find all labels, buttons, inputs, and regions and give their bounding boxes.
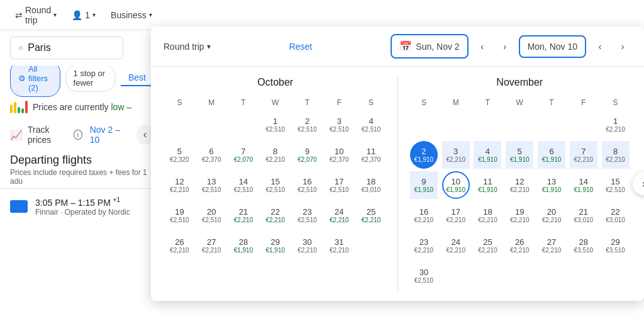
calendar-day-cell[interactable]: 13€2,510 xyxy=(196,170,228,200)
day-wrapper[interactable]: 24€2,210 xyxy=(442,232,470,259)
day-wrapper[interactable]: 6€2,370 xyxy=(197,141,225,169)
calendar-day-cell[interactable]: 1€2,510 xyxy=(259,110,291,140)
day-wrapper[interactable]: 25€2,210 xyxy=(474,232,501,259)
calendar-day-cell[interactable]: 20€2,510 xyxy=(196,200,228,230)
calendar-day-cell[interactable]: 2€2,510 xyxy=(291,110,323,140)
day-wrapper[interactable]: 3€2,510 xyxy=(325,111,353,138)
day-wrapper[interactable]: 16€2,210 xyxy=(410,201,438,229)
day-wrapper[interactable]: 17€2,510 xyxy=(325,171,353,199)
day-wrapper[interactable]: 28€3,510 xyxy=(570,232,597,259)
day-wrapper[interactable]: 5€1,910 xyxy=(506,141,533,169)
day-wrapper[interactable]: 12€2,210 xyxy=(506,171,533,199)
day-wrapper[interactable]: 30€2,510 xyxy=(410,262,438,290)
day-wrapper[interactable]: 9€1,910 xyxy=(410,171,438,199)
calendar-day-cell[interactable]: 11€2,370 xyxy=(355,140,387,170)
day-wrapper[interactable]: 14€1,910 xyxy=(570,171,597,199)
calendar-day-cell[interactable]: 6€1,910 xyxy=(536,140,568,170)
day-wrapper[interactable]: 15€2,510 xyxy=(602,171,630,199)
day-wrapper[interactable]: 7€2,070 xyxy=(230,141,257,169)
day-wrapper[interactable]: 19€2,210 xyxy=(506,201,533,229)
calendar-day-cell[interactable]: 11€1,910 xyxy=(472,170,504,200)
day-wrapper[interactable]: 14€2,510 xyxy=(230,171,257,199)
day-wrapper[interactable]: 17€2,210 xyxy=(442,201,470,229)
day-wrapper[interactable]: 18€3,010 xyxy=(357,171,385,199)
return-date-button[interactable]: Mon, Nov 10 xyxy=(519,35,586,58)
day-wrapper[interactable]: 31€2,210 xyxy=(325,232,353,259)
day-wrapper[interactable]: 10€2,370 xyxy=(325,141,353,169)
calendar-day-cell[interactable]: 22€2,210 xyxy=(259,200,291,230)
day-wrapper[interactable]: 16€2,510 xyxy=(294,171,321,199)
return-date-next-button[interactable]: › xyxy=(614,38,631,55)
day-wrapper[interactable]: 21€3,010 xyxy=(570,201,597,229)
calendar-day-cell[interactable]: 30€2,210 xyxy=(291,230,323,261)
calendar-day-cell[interactable]: 10€2,370 xyxy=(323,140,355,170)
day-wrapper[interactable]: 15€2,510 xyxy=(262,171,289,199)
calendar-day-cell[interactable]: 26€2,210 xyxy=(504,230,536,261)
calendar-day-cell[interactable]: 18€2,210 xyxy=(472,200,504,230)
calendar-day-cell[interactable]: 8€2,210 xyxy=(259,140,291,170)
calendar-day-cell[interactable]: 4€1,910 xyxy=(472,140,504,170)
day-wrapper[interactable]: 23€2,510 xyxy=(294,201,321,229)
calendar-day-cell[interactable]: 12€2,210 xyxy=(504,170,536,200)
calendar-day-cell[interactable]: 29€1,910 xyxy=(259,230,291,261)
calendar-day-cell[interactable]: 15€2,510 xyxy=(599,170,631,200)
calendar-day-cell[interactable]: 10€1,910 xyxy=(440,170,472,200)
calendar-next-month-button[interactable]: › xyxy=(633,172,644,195)
calendar-day-cell[interactable]: 7€2,070 xyxy=(228,140,260,170)
calendar-reset-button[interactable]: Reset xyxy=(289,42,313,52)
calendar-day-cell[interactable]: 26€2,210 xyxy=(164,230,196,261)
day-wrapper[interactable]: 11€2,370 xyxy=(357,141,385,169)
departure-date-next-button[interactable]: › xyxy=(496,38,514,55)
calendar-day-cell[interactable]: 21€3,010 xyxy=(567,200,599,230)
calendar-day-cell[interactable]: 16€2,210 xyxy=(408,200,440,230)
calendar-trip-type-selector[interactable]: Round trip ▾ xyxy=(164,42,211,52)
calendar-day-cell[interactable]: 2€1,910 xyxy=(408,140,440,170)
day-wrapper[interactable]: 9€2,070 xyxy=(294,141,321,169)
calendar-day-cell[interactable]: 15€2,510 xyxy=(259,170,291,200)
calendar-day-cell[interactable]: 9€2,070 xyxy=(291,140,323,170)
calendar-day-cell[interactable]: 31€2,210 xyxy=(323,230,355,261)
day-wrapper[interactable]: 18€2,210 xyxy=(474,201,501,229)
calendar-day-cell[interactable]: 5€1,910 xyxy=(504,140,536,170)
day-wrapper[interactable]: 27€2,210 xyxy=(197,232,225,259)
day-wrapper[interactable]: 23€2,210 xyxy=(410,232,438,259)
day-wrapper[interactable]: 26€2,210 xyxy=(165,232,193,259)
calendar-day-cell[interactable]: 4€2,510 xyxy=(355,110,387,140)
calendar-day-cell[interactable]: 25€2,210 xyxy=(355,200,387,230)
calendar-day-cell[interactable]: 22€3,010 xyxy=(599,200,631,230)
calendar-day-cell[interactable]: 14€2,510 xyxy=(228,170,260,200)
calendar-day-cell[interactable]: 16€2,510 xyxy=(291,170,323,200)
best-tab[interactable]: Best xyxy=(121,70,153,86)
calendar-day-cell[interactable]: 25€2,210 xyxy=(472,230,504,261)
calendar-day-cell[interactable]: 12€2,210 xyxy=(164,170,196,200)
day-wrapper[interactable]: 1€2,210 xyxy=(602,111,630,138)
trip-type-selector[interactable]: ⇄ Round trip ▾ xyxy=(10,3,62,28)
day-wrapper[interactable]: 5€2,320 xyxy=(165,141,193,169)
day-wrapper[interactable]: 20€2,510 xyxy=(197,201,225,229)
calendar-day-cell[interactable]: 17€2,510 xyxy=(323,170,355,200)
calendar-day-cell[interactable]: 3€2,210 xyxy=(440,140,472,170)
calendar-day-cell[interactable]: 27€2,210 xyxy=(536,230,568,261)
day-wrapper[interactable]: 30€2,210 xyxy=(294,232,321,259)
calendar-day-cell[interactable]: 6€2,370 xyxy=(196,140,228,170)
day-wrapper[interactable]: 4€2,510 xyxy=(357,111,385,138)
calendar-day-cell[interactable]: 23€2,510 xyxy=(291,200,323,230)
day-wrapper[interactable]: 29€1,910 xyxy=(262,232,289,259)
day-wrapper[interactable]: 13€1,910 xyxy=(538,171,565,199)
passengers-selector[interactable]: 👤 1 ▾ xyxy=(67,8,101,23)
calendar-day-cell[interactable]: 21€2,210 xyxy=(228,200,260,230)
departure-date-prev-button[interactable]: ‹ xyxy=(474,38,491,55)
calendar-day-cell[interactable]: 30€2,510 xyxy=(408,261,440,291)
flight-row[interactable]: 3:05 PM – 1:15 PM +1 Finnair · Operated … xyxy=(0,188,164,224)
calendar-day-cell[interactable]: 19€2,210 xyxy=(504,200,536,230)
day-wrapper[interactable]: 26€2,210 xyxy=(506,232,533,259)
day-wrapper[interactable]: 8€2,210 xyxy=(602,141,630,169)
day-wrapper[interactable]: 4€1,910 xyxy=(474,141,501,169)
calendar-day-cell[interactable]: 9€1,910 xyxy=(408,170,440,200)
calendar-day-cell[interactable]: 13€1,910 xyxy=(536,170,568,200)
day-wrapper[interactable]: 3€2,210 xyxy=(442,141,470,169)
day-wrapper[interactable]: 25€2,210 xyxy=(357,201,385,229)
info-icon[interactable]: i xyxy=(74,130,82,140)
calendar-day-cell[interactable]: 7€2,210 xyxy=(567,140,599,170)
day-wrapper[interactable]: 7€2,210 xyxy=(570,141,597,169)
